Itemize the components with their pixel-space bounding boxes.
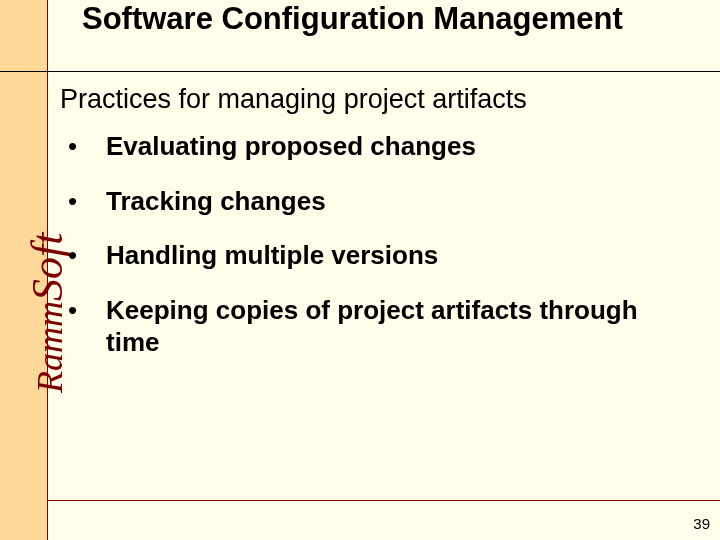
footer-rule [48, 500, 720, 501]
bullet-icon: • [64, 130, 106, 163]
bullet-text: Keeping copies of project artifacts thro… [106, 294, 684, 359]
list-item: • Keeping copies of project artifacts th… [64, 294, 684, 359]
bullet-icon: • [64, 239, 106, 272]
bullet-text: Evaluating proposed changes [106, 130, 476, 163]
bullet-icon: • [64, 185, 106, 218]
list-item: • Handling multiple versions [64, 239, 684, 272]
list-item: • Tracking changes [64, 185, 684, 218]
bullet-text: Handling multiple versions [106, 239, 438, 272]
slide-subtitle: Practices for managing project artifacts [60, 84, 527, 115]
page-number: 39 [693, 515, 710, 532]
slide-title: Software Configuration Management [82, 2, 623, 36]
bullet-icon: • [64, 294, 106, 327]
bullet-text: Tracking changes [106, 185, 326, 218]
list-item: • Evaluating proposed changes [64, 130, 684, 163]
bullet-list: • Evaluating proposed changes • Tracking… [64, 130, 684, 381]
title-band: Software Configuration Management [0, 0, 720, 72]
